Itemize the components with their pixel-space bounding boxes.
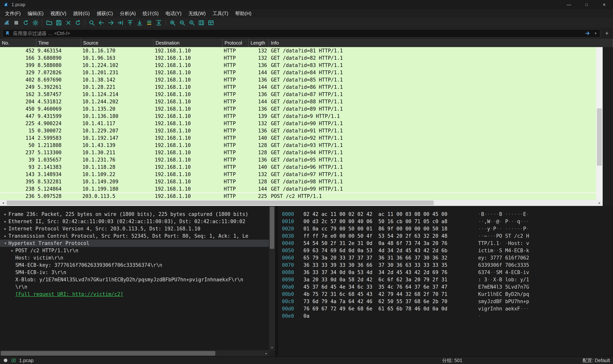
- hex-row[interactable]: 002001 0a cc 79 00 50 00 01 86 9f 00 00 …: [282, 225, 613, 232]
- menu-go[interactable]: 跳转(G): [70, 9, 93, 18]
- filter-dropdown-caret-icon[interactable]: ▾: [593, 31, 598, 36]
- packet-row[interactable]: 2365.097528203.0.113.5192.168.1.10HTTP22…: [0, 193, 596, 200]
- menu-file[interactable]: 文件(F): [1, 9, 24, 18]
- close-file-button[interactable]: [64, 18, 73, 27]
- scroll-down-arrow-icon[interactable]: ▾: [269, 345, 275, 350]
- packet-list-horizontal-scrollbar[interactable]: ◂ ▸: [0, 200, 613, 206]
- maximize-button[interactable]: □: [578, 0, 595, 9]
- details-horizontal-scrollbar[interactable]: ▸: [0, 350, 269, 356]
- hex-row[interactable]: 00d076 69 67 72 49 6e 68 6e 61 65 6b 78 …: [282, 305, 613, 312]
- hex-row[interactable]: 004054 54 50 2f 31 2e 31 0d 0a 48 6f 73 …: [282, 240, 613, 247]
- detail-line[interactable]: ▸Internet Protocol Version 4, Src: 203.0…: [0, 225, 269, 232]
- expert-info-icon[interactable]: [3, 358, 8, 363]
- column-header-protocol[interactable]: Protocol: [223, 39, 249, 47]
- hex-row[interactable]: 001000 d3 2c 57 00 00 40 06 50 16 cb 00 …: [282, 218, 613, 225]
- hex-row[interactable]: 00903a 20 33 0d 0a 58 2d 42 6c 6f 62 3a …: [282, 276, 613, 283]
- scrollbar-thumb[interactable]: [1, 351, 215, 356]
- packet-row[interactable]: 3998.58808010.1.224.102192.168.1.10HTTP1…: [0, 62, 596, 69]
- packet-row[interactable]: 3297.07282610.1.201.231192.168.1.10HTTP1…: [0, 69, 596, 76]
- packet-row[interactable]: 4479.43159910.1.136.180192.168.1.10HTTP1…: [0, 113, 596, 120]
- expanded-arrow-icon[interactable]: ▾: [2, 240, 8, 247]
- packet-row[interactable]: 150.30007210.1.229.207192.168.1.10HTTP13…: [0, 127, 596, 134]
- hex-row[interactable]: 00e00a·: [282, 312, 613, 320]
- detail-line[interactable]: ▸Transmission Control Protocol, Src Port…: [0, 232, 269, 240]
- column-header-time[interactable]: Time: [36, 39, 81, 47]
- pane-splitter[interactable]: [275, 206, 278, 356]
- collapsed-arrow-icon[interactable]: ▸: [2, 210, 8, 218]
- packet-row[interactable]: 2385.12486410.1.199.180192.168.1.10HTTP1…: [0, 185, 596, 193]
- auto-scroll-button[interactable]: [154, 18, 163, 27]
- scrollbar-thumb[interactable]: [597, 108, 602, 166]
- detail-line[interactable]: \r\n: [0, 283, 269, 290]
- hex-row[interactable]: 000002 42 ac 11 00 02 02 42 ac 11 00 03 …: [282, 210, 613, 218]
- detail-line[interactable]: SM4-ECB-iv: 3\r\n: [0, 269, 269, 276]
- packet-row[interactable]: 2495.39226110.1.28.221192.168.1.10HTTP14…: [0, 83, 596, 91]
- menu-telephony[interactable]: 电话(Y): [162, 9, 185, 18]
- column-header-no[interactable]: No.: [0, 39, 36, 47]
- colorize-packets-button[interactable]: [144, 18, 154, 27]
- hex-row[interactable]: 0030ff ff 7e e0 00 00 50 4f 53 54 20 2f …: [282, 232, 613, 240]
- zoom-out-button[interactable]: [177, 18, 187, 27]
- packet-row[interactable]: 1663.68089010.1.96.163192.168.1.10HTTP13…: [0, 54, 596, 62]
- add-filter-button[interactable]: +: [603, 29, 611, 37]
- menu-edit[interactable]: 编辑(E): [24, 9, 47, 18]
- packet-list-vertical-scrollbar[interactable]: [596, 47, 603, 200]
- packet-row[interactable]: 2044.53181210.1.244.202192.168.1.10HTTP1…: [0, 98, 596, 105]
- detail-line[interactable]: SM4-ECB-key: 3777616f70626339306f706c333…: [0, 261, 269, 269]
- reload-file-button[interactable]: [73, 18, 83, 27]
- hex-row[interactable]: 00a045 37 6d 45 4e 34 6c 33 35 4c 76 64 …: [282, 283, 613, 290]
- detail-line[interactable]: ▸POST /c2 HTTP/1.1\r\n: [0, 247, 269, 254]
- minimize-button[interactable]: —: [560, 0, 578, 9]
- start-capture-button[interactable]: [2, 18, 12, 27]
- reset-layout-button[interactable]: [206, 18, 216, 27]
- menu-wireless[interactable]: 无线(W): [185, 9, 209, 18]
- display-filter-input[interactable]: 应用显示过滤器 … <Ctrl-/> ▾: [2, 29, 600, 38]
- packet-row[interactable]: 4028.69769010.1.38.142192.168.1.10HTTP13…: [0, 76, 596, 83]
- packet-row[interactable]: 2254.90022410.1.41.117192.168.1.10HTTP13…: [0, 120, 596, 127]
- details-vertical-scrollbar[interactable]: ▾: [269, 206, 275, 350]
- collapsed-arrow-icon[interactable]: ▸: [2, 232, 8, 240]
- resize-columns-button[interactable]: [197, 18, 206, 27]
- packet-row[interactable]: 932.14138310.1.118.28192.168.1.10HTTP140…: [0, 163, 596, 171]
- stop-capture-button[interactable]: [12, 18, 21, 27]
- hex-row[interactable]: 00c073 6d 79 4a 7a 64 42 46 62 50 55 37 …: [282, 298, 613, 305]
- go-to-packet-button[interactable]: [116, 18, 125, 27]
- capture-comment-icon[interactable]: [11, 358, 16, 363]
- packet-row[interactable]: 4509.46006910.1.135.20192.168.1.10HTTP13…: [0, 105, 596, 113]
- hex-row[interactable]: 00b04b 75 72 31 6c 68 45 43 42 79 44 32 …: [282, 290, 613, 298]
- apply-filter-arrow-icon[interactable]: [585, 30, 591, 36]
- collapsed-arrow-icon[interactable]: ▸: [2, 218, 8, 225]
- filter-bookmark-icon[interactable]: [5, 31, 10, 36]
- zoom-in-button[interactable]: [168, 18, 177, 27]
- scrollbar-thumb[interactable]: [7, 201, 434, 205]
- hex-row[interactable]: 006065 79 3a 20 33 37 37 37 36 31 36 66 …: [282, 254, 613, 261]
- go-forward-button[interactable]: [106, 18, 116, 27]
- packet-row[interactable]: 3958.53228110.1.149.209192.168.1.10HTTP1…: [0, 178, 596, 185]
- hex-row[interactable]: 007036 33 33 39 33 30 36 66 37 30 36 63 …: [282, 261, 613, 269]
- scroll-right-arrow-icon[interactable]: ▸: [597, 200, 603, 206]
- packet-row[interactable]: 391.03565710.1.231.76192.168.1.10HTTP136…: [0, 156, 596, 163]
- collapsed-arrow-icon[interactable]: ▸: [2, 225, 8, 232]
- menu-help[interactable]: 帮助(H): [232, 9, 255, 18]
- detail-line[interactable]: ▸Ethernet II, Src: 02:42:ac:11:00:03 (02…: [0, 218, 269, 225]
- detail-line[interactable]: Host: victim\r\n: [0, 254, 269, 261]
- packet-row[interactable]: 501.21180810.1.43.139192.168.1.10HTTP128…: [0, 142, 596, 149]
- packet-row[interactable]: 1623.58745710.1.124.214192.168.1.10HTTP1…: [0, 91, 596, 98]
- detail-line[interactable]: ▾Hypertext Transfer Protocol: [0, 240, 269, 247]
- status-profile[interactable]: 配置: Default: [583, 357, 610, 364]
- scrollbar-thumb[interactable]: [270, 207, 274, 249]
- close-button[interactable]: ×: [595, 0, 613, 9]
- go-to-top-button[interactable]: [125, 18, 135, 27]
- scroll-left-arrow-icon[interactable]: ◂: [0, 200, 6, 206]
- menu-capture[interactable]: 捕获(C): [93, 9, 116, 18]
- find-packet-button[interactable]: [87, 18, 96, 27]
- collapsed-arrow-icon[interactable]: ▸: [9, 247, 15, 254]
- column-header-destination[interactable]: Destination: [154, 39, 223, 47]
- go-back-button[interactable]: [96, 18, 106, 27]
- save-file-button[interactable]: [54, 18, 64, 27]
- column-header-info[interactable]: Info: [269, 39, 613, 47]
- menu-view[interactable]: 视图(V): [47, 9, 70, 18]
- packet-row[interactable]: 1433.14893410.1.109.22192.168.1.10HTTP13…: [0, 171, 596, 178]
- restart-capture-button[interactable]: [21, 18, 31, 27]
- detail-line[interactable]: X-Blob: y/1E7mEN4l35Lvd7n7GKur1lhECByD2h…: [0, 276, 269, 283]
